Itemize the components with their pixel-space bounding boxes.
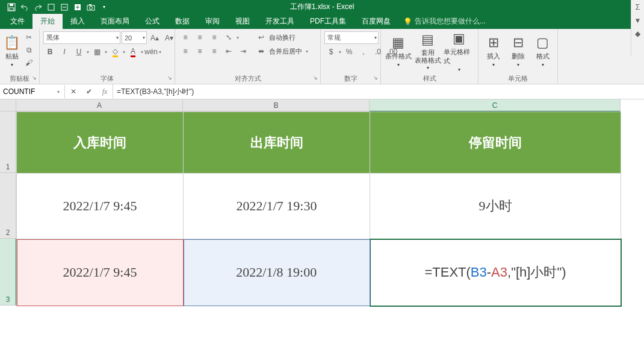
percent-icon[interactable]: %: [342, 46, 356, 58]
cancel-icon[interactable]: ✕: [66, 84, 81, 99]
font-name-combo[interactable]: 黑体▾: [43, 31, 120, 44]
undo-icon[interactable]: [18, 1, 31, 14]
phonetic-icon[interactable]: wén: [144, 46, 158, 58]
qat-icon[interactable]: [58, 1, 71, 14]
dialog-launcher-icon[interactable]: ↘: [167, 75, 172, 81]
delete-cells-button[interactable]: ⊟删除▾: [507, 31, 529, 71]
autosum-icon[interactable]: Σ: [631, 1, 645, 13]
align-right-icon[interactable]: ≡: [208, 45, 221, 57]
underline-button[interactable]: U: [72, 46, 85, 58]
redo-icon[interactable]: [31, 1, 45, 14]
fill-icon[interactable]: ▼: [631, 14, 645, 27]
qat-icon[interactable]: [45, 1, 58, 14]
decrease-indent-icon[interactable]: ⇤: [222, 45, 235, 57]
cut-icon[interactable]: ✂: [22, 31, 36, 43]
align-center-icon[interactable]: ≡: [193, 45, 206, 57]
tell-me[interactable]: 💡 告诉我您想要做什么...: [398, 14, 491, 29]
increase-indent-icon[interactable]: ⇥: [237, 45, 250, 57]
tab-developer[interactable]: 开发工具: [258, 14, 302, 29]
cell-c3-active[interactable]: =TEXT(B3-A3,"[h]小时"): [370, 239, 621, 306]
tab-view[interactable]: 视图: [228, 14, 258, 29]
fill-color-icon[interactable]: ◇: [108, 46, 122, 58]
worksheet[interactable]: A B C 1 2 3 入库时间 出库时间 停留时间 2022/1/7 9:45…: [0, 99, 644, 364]
clear-icon[interactable]: ◆: [631, 28, 645, 40]
dialog-launcher-icon[interactable]: ↘: [313, 75, 318, 81]
format-painter-icon[interactable]: 🖌: [22, 57, 36, 69]
align-left-icon[interactable]: ≡: [179, 45, 192, 57]
enter-icon[interactable]: ✔: [81, 84, 97, 99]
fx-icon[interactable]: fx: [97, 84, 113, 99]
cell-b2[interactable]: 2022/1/7 19:30: [184, 174, 370, 239]
formula-bar[interactable]: =TEXT(B3-A3,"[h]小时"): [113, 84, 644, 99]
chevron-down-icon[interactable]: ▾: [87, 49, 89, 55]
align-middle-icon[interactable]: ≡: [193, 31, 206, 43]
chevron-down-icon[interactable]: ▾: [141, 49, 143, 55]
tab-baidu[interactable]: 百度网盘: [354, 14, 398, 29]
dialog-launcher-icon[interactable]: ↘: [373, 75, 378, 81]
comma-icon[interactable]: ,: [357, 46, 370, 58]
italic-button[interactable]: I: [58, 46, 71, 58]
paste-button[interactable]: 📋 粘贴 ▾: [4, 31, 20, 71]
dialog-launcher-icon[interactable]: ↘: [32, 75, 37, 81]
cell-b3[interactable]: 2022/1/8 19:00: [184, 239, 370, 306]
chevron-down-icon[interactable]: ▾: [237, 35, 239, 40]
tab-data[interactable]: 数据: [167, 14, 197, 29]
tab-insert[interactable]: 插入: [63, 14, 93, 29]
chevron-down-icon[interactable]: ▾: [159, 49, 161, 55]
insert-cells-button[interactable]: ⊞插入▾: [482, 31, 504, 71]
row-header-2[interactable]: 2: [0, 173, 16, 239]
tab-pdf[interactable]: PDF工具集: [302, 14, 354, 29]
cell-b1[interactable]: 出库时间: [184, 112, 370, 174]
row-headers: 1 2 3: [0, 111, 16, 307]
format-as-table-button[interactable]: ▤套用 表格格式▾: [414, 31, 441, 71]
cell-c1[interactable]: 停留时间: [370, 112, 621, 174]
bold-button[interactable]: B: [43, 46, 57, 58]
accounting-icon[interactable]: $: [324, 46, 338, 58]
chevron-down-icon: ▾: [11, 62, 13, 67]
chevron-down-icon: ▾: [140, 35, 145, 40]
format-cells-button[interactable]: ▢格式▾: [531, 31, 554, 71]
merge-center-button[interactable]: ⬌合并后居中▾: [255, 45, 308, 57]
copy-icon[interactable]: ⧉: [22, 44, 36, 56]
cell-c2[interactable]: 9小时: [370, 174, 621, 239]
chevron-down-icon[interactable]: ▾: [105, 49, 107, 55]
cond-format-icon: ▦: [392, 35, 404, 51]
chevron-down-icon[interactable]: ▾: [55, 89, 62, 95]
align-bottom-icon[interactable]: ≡: [208, 31, 221, 43]
decrease-font-icon[interactable]: A▾: [163, 32, 176, 44]
svg-rect-2: [9, 8, 14, 10]
cell-a3[interactable]: 2022/1/7 9:45: [17, 239, 184, 306]
border-icon[interactable]: ▦: [90, 46, 104, 58]
conditional-format-button[interactable]: ▦条件格式▾: [385, 31, 412, 71]
font-size-combo[interactable]: 20▾: [122, 31, 147, 44]
qat-dropdown-icon[interactable]: ▾: [98, 1, 111, 14]
chevron-down-icon[interactable]: ▾: [123, 49, 125, 55]
name-box-input[interactable]: [3, 87, 55, 96]
name-box[interactable]: ▾: [1, 85, 65, 98]
tab-home[interactable]: 开始: [33, 14, 63, 29]
number-format-combo[interactable]: 常规▾: [324, 31, 379, 44]
row-header-3[interactable]: 3: [0, 239, 16, 306]
increase-font-icon[interactable]: A▴: [148, 32, 161, 44]
col-header-b[interactable]: B: [183, 99, 370, 111]
col-header-a[interactable]: A: [16, 99, 183, 111]
save-icon[interactable]: [5, 1, 18, 14]
wrap-text-button[interactable]: ↩自动换行: [255, 31, 308, 43]
row-header-1[interactable]: 1: [0, 111, 16, 173]
chevron-down-icon: ▾: [427, 65, 429, 71]
tab-page-layout[interactable]: 页面布局: [93, 14, 137, 29]
orientation-icon[interactable]: ⤡: [222, 31, 235, 43]
tab-file[interactable]: 文件: [2, 14, 33, 29]
cell-a1[interactable]: 入库时间: [17, 112, 184, 174]
align-top-icon[interactable]: ≡: [179, 31, 192, 43]
select-all-corner[interactable]: [0, 99, 16, 111]
tab-review[interactable]: 审阅: [197, 14, 228, 29]
qat-new-icon[interactable]: [71, 1, 84, 14]
tab-formulas[interactable]: 公式: [137, 14, 167, 29]
chevron-down-icon[interactable]: ▾: [339, 49, 341, 55]
cell-a2[interactable]: 2022/1/7 9:45: [17, 174, 184, 239]
font-color-icon[interactable]: A: [126, 46, 140, 58]
col-header-c[interactable]: C: [370, 99, 621, 111]
cell-styles-button[interactable]: ▣单元格样式▾: [444, 31, 474, 71]
camera-icon[interactable]: [84, 1, 98, 14]
